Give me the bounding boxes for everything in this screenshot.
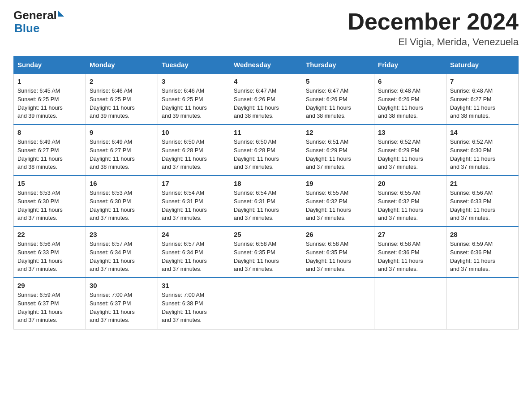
day-info: Sunrise: 6:53 AMSunset: 6:30 PMDaylight:… bbox=[17, 189, 82, 223]
day-number: 1 bbox=[17, 77, 82, 85]
day-number: 27 bbox=[378, 231, 442, 238]
calendar-cell bbox=[302, 278, 374, 329]
day-number: 2 bbox=[90, 77, 154, 85]
calendar-col-header-tuesday: Tuesday bbox=[158, 56, 230, 74]
day-info: Sunrise: 6:57 AMSunset: 6:34 PMDaylight:… bbox=[90, 240, 154, 274]
calendar-cell: 9Sunrise: 6:49 AMSunset: 6:27 PMDaylight… bbox=[86, 124, 158, 176]
calendar-cell: 2Sunrise: 6:46 AMSunset: 6:25 PMDaylight… bbox=[86, 73, 158, 124]
calendar-col-header-friday: Friday bbox=[374, 56, 446, 74]
calendar-cell: 27Sunrise: 6:58 AMSunset: 6:36 PMDayligh… bbox=[374, 227, 446, 278]
day-number: 13 bbox=[378, 128, 442, 136]
day-info: Sunrise: 6:47 AMSunset: 6:26 PMDaylight:… bbox=[306, 87, 370, 120]
calendar-cell: 16Sunrise: 6:53 AMSunset: 6:30 PMDayligh… bbox=[86, 176, 158, 227]
calendar-week-row: 8Sunrise: 6:49 AMSunset: 6:27 PMDaylight… bbox=[14, 124, 519, 176]
calendar-cell: 6Sunrise: 6:48 AMSunset: 6:26 PMDaylight… bbox=[374, 73, 446, 124]
calendar-cell: 7Sunrise: 6:48 AMSunset: 6:27 PMDaylight… bbox=[446, 73, 519, 124]
calendar-cell bbox=[446, 278, 519, 329]
calendar-cell: 3Sunrise: 6:46 AMSunset: 6:25 PMDaylight… bbox=[158, 73, 230, 124]
calendar-cell: 22Sunrise: 6:56 AMSunset: 6:33 PMDayligh… bbox=[14, 227, 86, 278]
day-number: 22 bbox=[17, 231, 82, 238]
day-info: Sunrise: 6:46 AMSunset: 6:25 PMDaylight:… bbox=[90, 87, 154, 120]
day-info: Sunrise: 6:55 AMSunset: 6:32 PMDaylight:… bbox=[378, 189, 442, 223]
day-number: 3 bbox=[162, 77, 226, 85]
day-info: Sunrise: 6:50 AMSunset: 6:28 PMDaylight:… bbox=[234, 138, 298, 171]
day-number: 18 bbox=[234, 180, 298, 187]
day-info: Sunrise: 6:50 AMSunset: 6:28 PMDaylight:… bbox=[162, 138, 226, 171]
calendar-cell bbox=[230, 278, 302, 329]
calendar-table: SundayMondayTuesdayWednesdayThursdayFrid… bbox=[13, 56, 519, 330]
logo-general-text: General bbox=[13, 9, 57, 22]
calendar-cell: 13Sunrise: 6:52 AMSunset: 6:29 PMDayligh… bbox=[374, 124, 446, 176]
day-number: 5 bbox=[306, 77, 370, 85]
day-info: Sunrise: 6:48 AMSunset: 6:26 PMDaylight:… bbox=[378, 87, 442, 120]
calendar-col-header-sunday: Sunday bbox=[14, 56, 86, 74]
day-info: Sunrise: 6:48 AMSunset: 6:27 PMDaylight:… bbox=[450, 87, 515, 120]
calendar-header-row: SundayMondayTuesdayWednesdayThursdayFrid… bbox=[14, 56, 519, 74]
day-number: 26 bbox=[306, 231, 370, 238]
logo: General Blue bbox=[13, 9, 64, 34]
day-number: 29 bbox=[17, 282, 82, 289]
day-info: Sunrise: 6:54 AMSunset: 6:31 PMDaylight:… bbox=[234, 189, 298, 223]
calendar-week-row: 29Sunrise: 6:59 AMSunset: 6:37 PMDayligh… bbox=[14, 278, 519, 329]
day-number: 28 bbox=[450, 231, 515, 238]
calendar-cell: 29Sunrise: 6:59 AMSunset: 6:37 PMDayligh… bbox=[14, 278, 86, 329]
day-info: Sunrise: 7:00 AMSunset: 6:37 PMDaylight:… bbox=[90, 291, 154, 325]
day-info: Sunrise: 6:47 AMSunset: 6:26 PMDaylight:… bbox=[234, 87, 298, 120]
day-info: Sunrise: 6:58 AMSunset: 6:36 PMDaylight:… bbox=[378, 240, 442, 274]
day-number: 19 bbox=[306, 180, 370, 187]
day-number: 23 bbox=[90, 231, 154, 238]
day-info: Sunrise: 6:53 AMSunset: 6:30 PMDaylight:… bbox=[90, 189, 154, 223]
day-info: Sunrise: 6:49 AMSunset: 6:27 PMDaylight:… bbox=[90, 138, 154, 171]
day-info: Sunrise: 6:55 AMSunset: 6:32 PMDaylight:… bbox=[306, 189, 370, 223]
day-number: 31 bbox=[162, 282, 226, 289]
day-number: 14 bbox=[450, 128, 515, 136]
calendar-week-row: 15Sunrise: 6:53 AMSunset: 6:30 PMDayligh… bbox=[14, 176, 519, 227]
day-info: Sunrise: 6:59 AMSunset: 6:36 PMDaylight:… bbox=[450, 240, 515, 274]
calendar-week-row: 1Sunrise: 6:45 AMSunset: 6:25 PMDaylight… bbox=[14, 73, 519, 124]
day-number: 12 bbox=[306, 128, 370, 136]
calendar-cell: 8Sunrise: 6:49 AMSunset: 6:27 PMDaylight… bbox=[14, 124, 86, 176]
day-info: Sunrise: 7:00 AMSunset: 6:38 PMDaylight:… bbox=[162, 291, 226, 325]
calendar-week-row: 22Sunrise: 6:56 AMSunset: 6:33 PMDayligh… bbox=[14, 227, 519, 278]
day-number: 15 bbox=[17, 180, 82, 187]
day-number: 16 bbox=[90, 180, 154, 187]
calendar-cell: 28Sunrise: 6:59 AMSunset: 6:36 PMDayligh… bbox=[446, 227, 519, 278]
day-number: 10 bbox=[162, 128, 226, 136]
calendar-cell: 18Sunrise: 6:54 AMSunset: 6:31 PMDayligh… bbox=[230, 176, 302, 227]
day-info: Sunrise: 6:56 AMSunset: 6:33 PMDaylight:… bbox=[450, 189, 515, 223]
day-info: Sunrise: 6:54 AMSunset: 6:31 PMDaylight:… bbox=[162, 189, 226, 223]
logo-blue-text: Blue bbox=[14, 22, 64, 35]
page-header: General Blue December 2024 El Vigia, Mer… bbox=[13, 9, 519, 48]
month-title: December 2024 bbox=[348, 9, 519, 34]
day-info: Sunrise: 6:59 AMSunset: 6:37 PMDaylight:… bbox=[17, 291, 82, 325]
calendar-cell bbox=[374, 278, 446, 329]
calendar-cell: 5Sunrise: 6:47 AMSunset: 6:26 PMDaylight… bbox=[302, 73, 374, 124]
calendar-cell: 1Sunrise: 6:45 AMSunset: 6:25 PMDaylight… bbox=[14, 73, 86, 124]
day-number: 8 bbox=[17, 128, 82, 136]
calendar-cell: 24Sunrise: 6:57 AMSunset: 6:34 PMDayligh… bbox=[158, 227, 230, 278]
day-number: 20 bbox=[378, 180, 442, 187]
day-number: 21 bbox=[450, 180, 515, 187]
day-info: Sunrise: 6:52 AMSunset: 6:30 PMDaylight:… bbox=[450, 138, 515, 171]
day-info: Sunrise: 6:51 AMSunset: 6:29 PMDaylight:… bbox=[306, 138, 370, 171]
day-info: Sunrise: 6:46 AMSunset: 6:25 PMDaylight:… bbox=[162, 87, 226, 120]
calendar-cell: 11Sunrise: 6:50 AMSunset: 6:28 PMDayligh… bbox=[230, 124, 302, 176]
calendar-col-header-thursday: Thursday bbox=[302, 56, 374, 74]
location-title: El Vigia, Merida, Venezuela bbox=[348, 36, 519, 48]
calendar-cell: 25Sunrise: 6:58 AMSunset: 6:35 PMDayligh… bbox=[230, 227, 302, 278]
calendar-cell: 17Sunrise: 6:54 AMSunset: 6:31 PMDayligh… bbox=[158, 176, 230, 227]
day-number: 6 bbox=[378, 77, 442, 85]
calendar-col-header-monday: Monday bbox=[86, 56, 158, 74]
day-info: Sunrise: 6:56 AMSunset: 6:33 PMDaylight:… bbox=[17, 240, 82, 274]
day-info: Sunrise: 6:52 AMSunset: 6:29 PMDaylight:… bbox=[378, 138, 442, 171]
day-number: 7 bbox=[450, 77, 515, 85]
day-number: 17 bbox=[162, 180, 226, 187]
logo-triangle-icon bbox=[58, 10, 64, 17]
day-number: 4 bbox=[234, 77, 298, 85]
day-info: Sunrise: 6:58 AMSunset: 6:35 PMDaylight:… bbox=[234, 240, 298, 274]
calendar-cell: 30Sunrise: 7:00 AMSunset: 6:37 PMDayligh… bbox=[86, 278, 158, 329]
day-number: 11 bbox=[234, 128, 298, 136]
calendar-cell: 20Sunrise: 6:55 AMSunset: 6:32 PMDayligh… bbox=[374, 176, 446, 227]
calendar-cell: 14Sunrise: 6:52 AMSunset: 6:30 PMDayligh… bbox=[446, 124, 519, 176]
calendar-cell: 21Sunrise: 6:56 AMSunset: 6:33 PMDayligh… bbox=[446, 176, 519, 227]
